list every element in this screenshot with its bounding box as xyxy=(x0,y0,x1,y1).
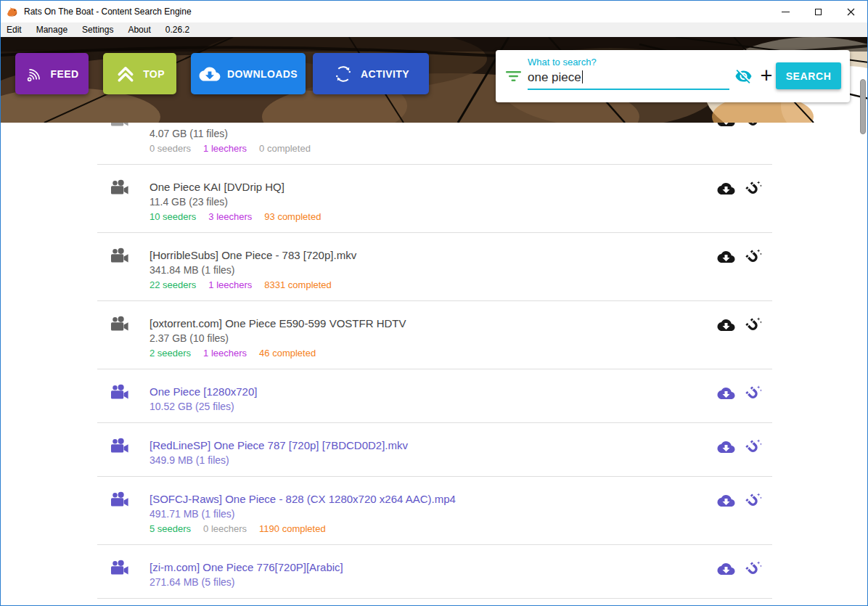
magnet-link-button[interactable] xyxy=(745,180,762,200)
download-torrent-button[interactable] xyxy=(717,560,735,580)
add-search-provider-button[interactable]: + xyxy=(756,60,777,91)
scrollbar-thumb[interactable] xyxy=(860,79,866,134)
torrent-stats: 5 seeders0 leechers1190 completed xyxy=(150,522,692,536)
feed-button[interactable]: FEED xyxy=(15,53,89,94)
magnet-icon xyxy=(745,180,762,197)
leechers-count: 1 leechers xyxy=(203,143,247,154)
search-hint-label: What to search? xyxy=(528,57,597,67)
window-controls xyxy=(769,1,867,22)
feed-button-label: FEED xyxy=(51,68,79,80)
torrent-stats: 10 seeders3 leechers93 completed xyxy=(150,210,692,224)
video-camera-icon xyxy=(110,384,129,402)
leechers-count: 3 leechers xyxy=(208,211,252,222)
menu-item-edit[interactable]: Edit xyxy=(7,25,30,35)
close-button[interactable] xyxy=(835,1,867,22)
activity-button[interactable]: ACTIVITY xyxy=(313,53,429,94)
menu-item-settings[interactable]: Settings xyxy=(82,25,121,35)
cloud-download-icon xyxy=(717,562,735,576)
completed-count: 46 completed xyxy=(259,348,316,359)
torrent-size: 4.07 GB (11 files) xyxy=(150,126,692,142)
video-camera-icon xyxy=(110,438,129,456)
torrent-size: 271.64 MB (5 files) xyxy=(150,575,692,590)
row-actions xyxy=(717,123,762,131)
table-row[interactable]: [RedLineSP] One Piece 787 [720p] [7BDCD0… xyxy=(97,423,772,477)
leechers-count: 1 leechers xyxy=(208,279,252,290)
video-camera-icon xyxy=(110,491,129,509)
double-chevron-up-icon xyxy=(115,64,136,84)
magnet-link-button[interactable] xyxy=(745,123,762,131)
cloud-download-icon xyxy=(717,250,735,264)
table-row[interactable]: One Piece KAI [DVDrip HQ] 11.4 GB (23 fi… xyxy=(97,165,772,233)
magnet-icon xyxy=(745,560,762,578)
cloud-download-icon xyxy=(717,440,735,454)
downloads-button[interactable]: DOWNLOADS xyxy=(191,53,306,94)
magnet-icon xyxy=(745,492,762,509)
search-button[interactable]: SEARCH xyxy=(776,62,841,89)
magnet-icon xyxy=(745,316,762,334)
plus-icon: + xyxy=(761,64,773,87)
maximize-button[interactable] xyxy=(802,1,835,22)
completed-count: 8331 completed xyxy=(264,279,332,290)
cloud-download-icon xyxy=(717,123,735,128)
top-button-label: TOP xyxy=(143,68,165,80)
torrent-stats: 2 seeders1 leechers46 completed xyxy=(150,346,692,361)
search-input[interactable]: one piece xyxy=(528,70,729,85)
download-torrent-button[interactable] xyxy=(717,492,735,512)
video-camera-icon xyxy=(110,316,129,334)
leechers-count: 0 leechers xyxy=(203,523,247,534)
table-row[interactable]: [HorribleSubs] One Piece - 783 [720p].mk… xyxy=(97,233,772,301)
magnet-link-button[interactable] xyxy=(745,560,762,580)
magnet-link-button[interactable] xyxy=(745,316,762,336)
row-actions xyxy=(717,180,762,200)
menu-item-about[interactable]: About xyxy=(128,25,158,35)
torrent-title: [SOFCJ-Raws] One Piece - 828 (CX 1280x72… xyxy=(150,491,692,507)
torrent-title: One Piece [1280x720] xyxy=(150,384,692,399)
download-torrent-button[interactable] xyxy=(717,248,735,268)
magnet-link-button[interactable] xyxy=(745,492,762,512)
torrent-size: 341.84 MB (1 files) xyxy=(150,263,692,278)
sync-circle-icon xyxy=(332,63,354,85)
results-area: One Piece 4.07 GB (11 files) 0 seeders1 … xyxy=(1,123,867,606)
menu-item-manage[interactable]: Manage xyxy=(36,25,75,35)
top-button[interactable]: TOP xyxy=(103,53,176,94)
seeders-count: 5 seeders xyxy=(150,523,191,534)
magnet-link-button[interactable] xyxy=(745,438,762,458)
minimize-button[interactable] xyxy=(769,1,802,22)
table-row[interactable]: [zi-m.com] One Piece 776[720P][Arabic] 2… xyxy=(97,545,772,599)
search-panel: What to search? one piece + SEARCH xyxy=(496,50,850,102)
row-actions xyxy=(717,560,762,580)
torrent-title: [RedLineSP] One Piece 787 [720p] [7BDCD0… xyxy=(150,438,692,453)
filter-icon[interactable] xyxy=(506,70,521,82)
magnet-icon xyxy=(745,123,762,129)
download-torrent-button[interactable] xyxy=(717,180,735,200)
search-input-value: one piece xyxy=(528,70,581,84)
downloads-button-label: DOWNLOADS xyxy=(227,68,298,80)
menubar: EditManageSettingsAbout0.26.2 xyxy=(1,22,867,37)
torrent-size: 349.9 MB (1 files) xyxy=(150,453,692,468)
download-torrent-button[interactable] xyxy=(717,316,735,336)
table-row[interactable]: One Piece 4.07 GB (11 files) 0 seeders1 … xyxy=(97,123,772,165)
magnet-icon xyxy=(745,248,762,266)
torrent-title: [HorribleSubs] One Piece - 783 [720p].mk… xyxy=(150,247,692,263)
table-row[interactable]: [SOFCJ-Raws] One Piece - 828 (CX 1280x72… xyxy=(97,477,772,545)
table-row[interactable]: One Piece [1280x720] 10.52 GB (25 files) xyxy=(97,369,772,423)
seeders-count: 2 seeders xyxy=(150,348,191,359)
results-list: One Piece 4.07 GB (11 files) 0 seeders1 … xyxy=(97,123,772,599)
row-actions xyxy=(717,316,762,336)
magnet-icon xyxy=(745,385,762,402)
magnet-link-button[interactable] xyxy=(745,385,762,404)
table-row[interactable]: [oxtorrent.com] One Piece E590-599 VOSTF… xyxy=(97,301,772,369)
feed-waves-icon xyxy=(25,65,44,83)
download-torrent-button[interactable] xyxy=(717,123,735,131)
eye-off-icon[interactable] xyxy=(734,67,753,85)
torrent-title: [oxtorrent.com] One Piece E590-599 VOSTF… xyxy=(150,316,692,331)
nav-buttons: FEED TOP DOWNLOADS xyxy=(15,53,429,94)
minimize-icon xyxy=(782,12,790,12)
seeders-count: 10 seeders xyxy=(150,211,196,222)
magnet-link-button[interactable] xyxy=(745,248,762,268)
download-torrent-button[interactable] xyxy=(717,385,735,404)
completed-count: 1190 completed xyxy=(259,523,326,534)
download-torrent-button[interactable] xyxy=(717,438,735,458)
torrent-title: [zi-m.com] One Piece 776[720P][Arabic] xyxy=(150,560,692,575)
row-actions xyxy=(717,492,762,512)
